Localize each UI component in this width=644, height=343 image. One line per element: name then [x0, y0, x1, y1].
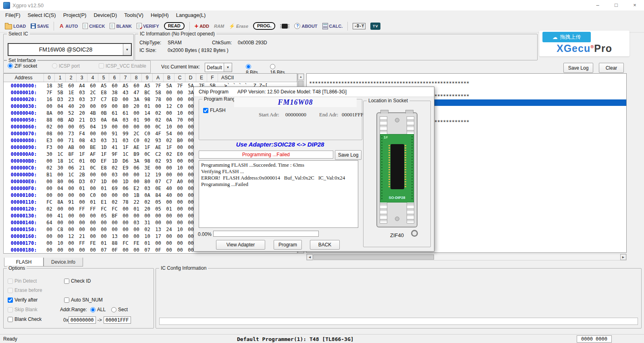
icsp-port-radio[interactable] [52, 63, 57, 68]
hex-byte[interactable]: 16 [44, 97, 55, 102]
hex-byte[interactable]: 00 [153, 103, 164, 109]
hex-byte[interactable]: 18 [44, 83, 55, 89]
hex-byte[interactable]: 98 [142, 158, 153, 164]
hex-byte[interactable]: 2C [131, 131, 142, 136]
hex-byte[interactable]: 38 [109, 90, 120, 95]
hex-byte[interactable]: 00 [175, 240, 185, 246]
scroll-right-icon[interactable]: ▶ [620, 254, 626, 260]
hex-byte[interactable]: B0 [175, 138, 185, 143]
program-button[interactable]: Program [274, 240, 302, 250]
hex-byte[interactable]: 60 [87, 83, 98, 89]
hex-byte[interactable]: 2B [77, 172, 87, 178]
hex-byte[interactable]: 00 [55, 172, 66, 178]
hex-byte[interactable]: 00 [87, 131, 98, 136]
hex-byte[interactable]: 61 [109, 110, 120, 116]
hex-byte[interactable]: 00 [55, 220, 66, 225]
hex-byte[interactable]: BF [109, 213, 120, 219]
hex-byte[interactable]: C0 [175, 103, 185, 109]
bits8-radio[interactable] [246, 64, 251, 69]
hex-byte[interactable]: 00 [164, 165, 175, 171]
hex-byte[interactable]: C2 [153, 151, 164, 157]
hex-byte[interactable]: 93 [153, 138, 164, 143]
hex-byte[interactable]: 00 [120, 206, 131, 212]
hex-byte[interactable]: 00 [44, 227, 55, 232]
hex-byte[interactable]: 0B [98, 110, 109, 116]
hex-byte[interactable]: 00 [164, 110, 175, 116]
hex-byte[interactable]: 00 [131, 172, 142, 178]
hex-byte[interactable]: 19 [98, 124, 109, 130]
ic-button[interactable] [278, 23, 292, 29]
hex-byte[interactable]: 73 [66, 131, 77, 136]
hex-byte[interactable]: 4F [153, 131, 164, 136]
menu-item-filef[interactable]: File(F) [2, 11, 24, 19]
hex-byte[interactable]: 00 [153, 165, 164, 171]
hex-byte[interactable]: 0A [98, 117, 109, 123]
hex-byte[interactable]: 00 [120, 220, 131, 225]
hex-byte[interactable]: 23 [66, 97, 77, 102]
hex-byte[interactable]: D6 [120, 158, 131, 164]
clear-button[interactable]: Clear [599, 63, 624, 73]
hex-byte[interactable]: ED [109, 97, 120, 102]
hex-byte[interactable]: 1F [164, 145, 175, 150]
hex-byte[interactable]: C0 [131, 138, 142, 143]
hex-byte[interactable]: 78 [120, 199, 131, 205]
hex-byte[interactable]: 80 [120, 103, 131, 109]
hex-byte[interactable]: C7 [98, 97, 109, 102]
hex-byte[interactable]: 02 [153, 158, 164, 164]
auto-sn-checkbox[interactable] [64, 298, 69, 303]
hex-byte[interactable]: 00 [175, 131, 185, 136]
hex-byte[interactable]: 00 [55, 247, 66, 253]
hex-byte[interactable]: 07 [153, 179, 164, 184]
log-scroll-thumb[interactable] [313, 254, 434, 260]
hex-byte[interactable]: A4 [77, 83, 87, 89]
hex-byte[interactable]: 00 [98, 172, 109, 178]
menu-item-toolsv[interactable]: Tools(V) [120, 11, 147, 19]
hex-byte[interactable]: 01 [87, 199, 98, 205]
hex-byte[interactable]: 00 [164, 90, 175, 95]
hex-byte[interactable]: 47 [131, 90, 142, 95]
hex-byte[interactable]: 0C [87, 165, 98, 171]
hex-byte[interactable]: 20 [131, 103, 142, 109]
hex-byte[interactable]: 88 [109, 240, 120, 246]
hex-byte[interactable]: 00 [175, 172, 185, 178]
hex-byte[interactable]: 03 [120, 117, 131, 123]
hex-byte[interactable]: 20 [142, 206, 153, 212]
hex-byte[interactable]: 00 [120, 213, 131, 219]
hex-byte[interactable]: FC [98, 206, 109, 212]
hex-byte[interactable]: 8A [44, 110, 55, 116]
hex-byte[interactable]: 05 [98, 213, 109, 219]
hex-byte[interactable]: 03 [142, 186, 153, 191]
erase-before-checkbox[interactable] [8, 288, 13, 293]
hex-byte[interactable]: 05 [77, 124, 87, 130]
hex-byte[interactable]: 60 [131, 83, 142, 89]
hex-byte[interactable]: 00 [98, 192, 109, 198]
hex-byte[interactable]: 00 [131, 179, 142, 184]
hex-byte[interactable]: 08 [77, 138, 87, 143]
hex-byte[interactable]: 7F [153, 83, 164, 89]
hex-byte[interactable]: F4 [77, 131, 87, 136]
hex-byte[interactable]: 00 [87, 186, 98, 191]
hex-byte[interactable]: 06 [120, 186, 131, 191]
hex-byte[interactable]: 01 [98, 240, 109, 246]
hex-byte[interactable]: C0 [87, 192, 98, 198]
hex-byte[interactable]: 22 [131, 199, 142, 205]
hex-byte[interactable]: 00 [164, 233, 175, 239]
hex-byte[interactable]: 5A [164, 83, 175, 89]
hex-byte[interactable]: C0 [142, 131, 153, 136]
hex-byte[interactable]: 01 [98, 186, 109, 191]
hex-byte[interactable]: 00 [77, 220, 87, 225]
hex-byte[interactable]: 00 [44, 158, 55, 164]
hex-byte[interactable]: 41 [109, 145, 120, 150]
hex-byte[interactable]: 00 [175, 233, 185, 239]
hex-byte[interactable]: 00 [87, 103, 98, 109]
hex-byte[interactable]: 00 [175, 97, 185, 102]
hex-byte[interactable]: 00 [120, 97, 131, 102]
hex-byte[interactable]: 00 [164, 97, 175, 102]
flash-checkbox[interactable] [203, 108, 208, 113]
ram-button[interactable]: RAM [212, 23, 226, 29]
verify-button[interactable]: VERIFY [134, 22, 162, 30]
hex-byte[interactable]: 01 [77, 186, 87, 191]
hex-byte[interactable]: 06 [66, 179, 77, 184]
hex-byte[interactable]: 41 [55, 213, 66, 219]
hex-byte[interactable]: D3 [87, 117, 98, 123]
